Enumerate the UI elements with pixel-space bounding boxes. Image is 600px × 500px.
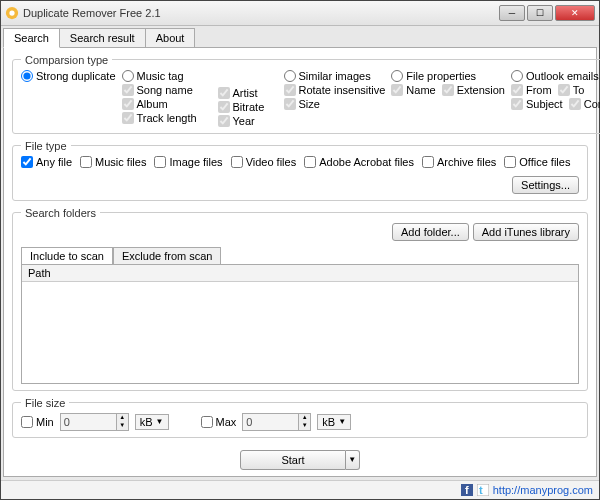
start-row: Start ▼ <box>12 450 588 470</box>
spin-down-icon[interactable]: ▼ <box>298 422 310 430</box>
chk-name[interactable]: Name <box>391 84 435 96</box>
path-column-header: Path <box>22 265 578 282</box>
chevron-down-icon: ▼ <box>338 417 346 426</box>
chk-bitrate[interactable]: Bitrate <box>218 101 278 113</box>
radio-outlook-emails[interactable]: Outlook emails <box>511 70 600 82</box>
comparison-type-group: Comparsion type Strong duplicate Music t… <box>12 54 600 134</box>
radio-similar-images[interactable]: Similar images <box>284 70 386 82</box>
chk-content[interactable]: Content <box>569 98 600 110</box>
search-folders-group: Search folders Add folder... Add iTunes … <box>12 207 588 391</box>
chk-min[interactable]: Min <box>21 416 54 428</box>
chk-image-files[interactable]: Image files <box>154 156 222 168</box>
chk-subject[interactable]: Subject <box>511 98 563 110</box>
subtab-include[interactable]: Include to scan <box>21 247 113 264</box>
chk-song-name[interactable]: Song name <box>122 84 212 96</box>
start-dropdown[interactable]: ▼ <box>346 450 360 470</box>
add-folder-button[interactable]: Add folder... <box>392 223 469 241</box>
radio-music-tag[interactable]: Music tag <box>122 70 212 82</box>
close-button[interactable]: ✕ <box>555 5 595 21</box>
chevron-down-icon: ▼ <box>156 417 164 426</box>
twitter-icon[interactable]: t <box>477 484 489 496</box>
filesize-legend: File size <box>21 397 69 409</box>
chk-any-file[interactable]: Any file <box>21 156 72 168</box>
chk-music-files[interactable]: Music files <box>80 156 146 168</box>
svg-text:f: f <box>465 484 469 496</box>
radio-strong-duplicate[interactable]: Strong duplicate <box>21 70 116 82</box>
folder-subtabs: Include to scan Exclude from scan <box>21 247 579 264</box>
filetype-legend: File type <box>21 140 71 152</box>
search-tab-content: Comparsion type Strong duplicate Music t… <box>3 47 597 477</box>
chk-adobe-files[interactable]: Adobe Acrobat files <box>304 156 414 168</box>
file-type-group: File type Any file Music files Image fil… <box>12 140 588 201</box>
chk-office-files[interactable]: Office files <box>504 156 570 168</box>
radio-file-properties[interactable]: File properties <box>391 70 505 82</box>
app-window: Duplicate Remover Free 2.1 ─ ☐ ✕ Search … <box>0 0 600 500</box>
minimize-button[interactable]: ─ <box>499 5 525 21</box>
path-list[interactable]: Path <box>21 264 579 384</box>
chk-video-files[interactable]: Video files <box>231 156 297 168</box>
spin-down-icon[interactable]: ▼ <box>116 422 128 430</box>
website-link[interactable]: http://manyprog.com <box>493 484 593 496</box>
tab-about[interactable]: About <box>145 28 196 48</box>
chk-archive-files[interactable]: Archive files <box>422 156 496 168</box>
statusbar: f t http://manyprog.com <box>1 480 599 499</box>
min-input[interactable]: ▲▼ <box>60 413 129 431</box>
comparison-legend: Comparsion type <box>21 54 112 66</box>
chk-rotate-insensitive[interactable]: Rotate insensitive <box>284 84 386 96</box>
svg-text:t: t <box>479 484 483 496</box>
chk-track-length[interactable]: Track length <box>122 112 212 124</box>
subtab-exclude[interactable]: Exclude from scan <box>113 247 221 264</box>
app-icon <box>5 6 19 20</box>
chk-year[interactable]: Year <box>218 115 278 127</box>
titlebar: Duplicate Remover Free 2.1 ─ ☐ ✕ <box>1 1 599 26</box>
min-unit-select[interactable]: kB▼ <box>135 414 169 430</box>
chk-extension[interactable]: Extension <box>442 84 505 96</box>
maximize-button[interactable]: ☐ <box>527 5 553 21</box>
svg-point-1 <box>9 10 14 15</box>
start-button[interactable]: Start <box>240 450 345 470</box>
add-itunes-button[interactable]: Add iTunes library <box>473 223 579 241</box>
chk-size[interactable]: Size <box>284 98 386 110</box>
chk-max[interactable]: Max <box>201 416 237 428</box>
search-folders-legend: Search folders <box>21 207 100 219</box>
spin-up-icon[interactable]: ▲ <box>298 414 310 422</box>
facebook-icon[interactable]: f <box>461 484 473 496</box>
window-title: Duplicate Remover Free 2.1 <box>23 7 499 19</box>
window-buttons: ─ ☐ ✕ <box>499 5 595 21</box>
chk-artist[interactable]: Artist <box>218 87 278 99</box>
main-tabs: Search Search result About <box>1 26 599 48</box>
settings-button[interactable]: Settings... <box>512 176 579 194</box>
chk-from[interactable]: From <box>511 84 552 96</box>
max-input[interactable]: ▲▼ <box>242 413 311 431</box>
max-unit-select[interactable]: kB▼ <box>317 414 351 430</box>
chk-to[interactable]: To <box>558 84 585 96</box>
spin-up-icon[interactable]: ▲ <box>116 414 128 422</box>
chk-album[interactable]: Album <box>122 98 212 110</box>
tab-search[interactable]: Search <box>3 28 60 48</box>
chevron-down-icon: ▼ <box>348 455 356 464</box>
file-size-group: File size Min ▲▼ kB▼ Max ▲▼ kB▼ <box>12 397 588 438</box>
tab-search-result[interactable]: Search result <box>59 28 146 48</box>
